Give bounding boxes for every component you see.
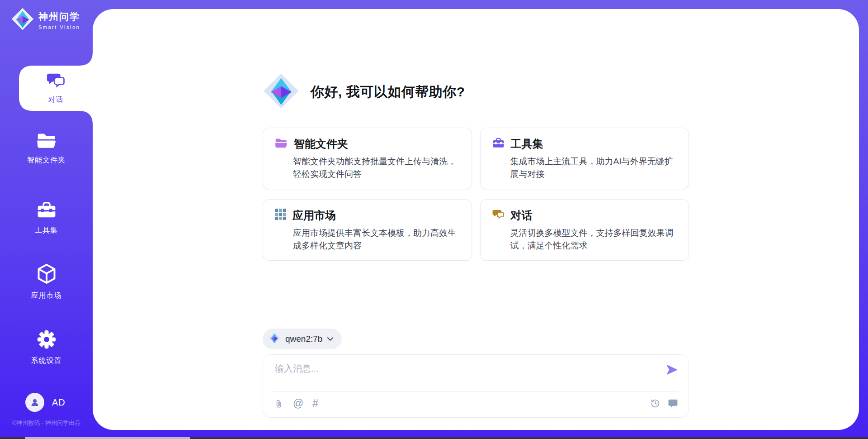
- card-chat[interactable]: 对话 灵活切换多模型文件，支持多样回复效果调试，满足个性化需求: [480, 199, 689, 261]
- card-description: 灵活切换多模型文件，支持多样回复效果调试，满足个性化需求: [510, 227, 677, 252]
- scrollbar-thumb[interactable]: [25, 437, 190, 439]
- hash-icon[interactable]: #: [312, 398, 318, 409]
- sidebar: 神州问学 Smart Vision 对话 智能文件夹: [0, 0, 93, 439]
- toolbox-icon: [492, 138, 505, 150]
- folder-icon: [37, 132, 57, 151]
- grid-icon: [275, 209, 286, 222]
- sidebar-item-label: 对话: [48, 95, 64, 105]
- chevron-down-icon: [327, 335, 334, 343]
- card-title: 应用市场: [292, 208, 336, 223]
- sidebar-item-smart-folder[interactable]: 智能文件夹: [0, 132, 93, 165]
- card-toolset[interactable]: 工具集 集成市场上主流工具，助力AI与外界无缝扩展与对接: [480, 128, 689, 189]
- user-name: AD: [52, 397, 66, 408]
- copyright-text: ©神州数码 · 神州问学出品: [0, 419, 93, 427]
- cube-icon: [37, 263, 56, 286]
- brand-subtitle: Smart Vision: [38, 24, 80, 30]
- message-input[interactable]: [275, 363, 665, 384]
- main-panel: 你好, 我可以如何帮助你? 智能文件夹 智能文件夹功能支持批量文件上传与清洗，轻…: [93, 9, 859, 430]
- feature-cards: 智能文件夹 智能文件夹功能支持批量文件上传与清洗，轻松实现文件问答 工具集 集成…: [263, 128, 689, 261]
- card-smart-folder[interactable]: 智能文件夹 智能文件夹功能支持批量文件上传与清洗，轻松实现文件问答: [263, 128, 472, 189]
- feedback-bubble-icon[interactable]: [668, 399, 678, 408]
- sidebar-item-label: 工具集: [35, 226, 58, 235]
- sidebar-item-label: 系统设置: [31, 356, 62, 366]
- card-description: 集成市场上主流工具，助力AI与外界无缝扩展与对接: [510, 155, 677, 181]
- send-icon[interactable]: [665, 364, 679, 377]
- card-description: 应用市场提供丰富长文本模板，助力高效生成多样化文章内容: [293, 227, 460, 252]
- gear-icon: [37, 329, 57, 351]
- card-title: 工具集: [511, 137, 543, 151]
- sidebar-item-settings[interactable]: 系统设置: [0, 329, 93, 366]
- brand-diamond-icon: [11, 7, 34, 33]
- card-title: 对话: [511, 208, 533, 223]
- sidebar-item-label: 智能文件夹: [27, 156, 66, 165]
- chat-bubbles-icon: [492, 209, 505, 222]
- app-logo: 神州问学 Smart Vision: [11, 7, 80, 33]
- avatar: [25, 393, 44, 412]
- sidebar-item-label: 应用市场: [31, 291, 62, 301]
- card-description: 智能文件夹功能支持批量文件上传与清洗，轻松实现文件问答: [293, 155, 460, 181]
- history-icon[interactable]: [651, 399, 660, 408]
- message-composer: @ #: [263, 354, 689, 418]
- card-app-market[interactable]: 应用市场 应用市场提供丰富长文本模板，助力高效生成多样化文章内容: [263, 199, 472, 261]
- brand-diamond-icon: [263, 72, 300, 111]
- sidebar-item-chat[interactable]: 对话: [19, 66, 93, 111]
- horizontal-scrollbar[interactable]: [0, 437, 868, 439]
- folder-open-icon: [275, 138, 288, 150]
- sidebar-item-toolset[interactable]: 工具集: [0, 201, 93, 235]
- mention-icon[interactable]: @: [293, 398, 303, 409]
- toolbox-icon: [37, 201, 57, 221]
- brand-name: 神州问学: [38, 10, 80, 23]
- attach-icon[interactable]: [275, 399, 284, 409]
- sidebar-item-app-market[interactable]: 应用市场: [0, 263, 93, 301]
- card-title: 智能文件夹: [294, 137, 348, 151]
- chat-bubbles-icon: [47, 72, 66, 91]
- model-selector[interactable]: qwen2:7b: [263, 329, 342, 349]
- user-account[interactable]: AD: [25, 393, 66, 412]
- model-name: qwen2:7b: [285, 334, 322, 344]
- model-diamond-icon: [268, 332, 281, 346]
- greeting-row: 你好, 我可以如何帮助你?: [263, 72, 689, 111]
- greeting-title: 你好, 我可以如何帮助你?: [311, 83, 465, 101]
